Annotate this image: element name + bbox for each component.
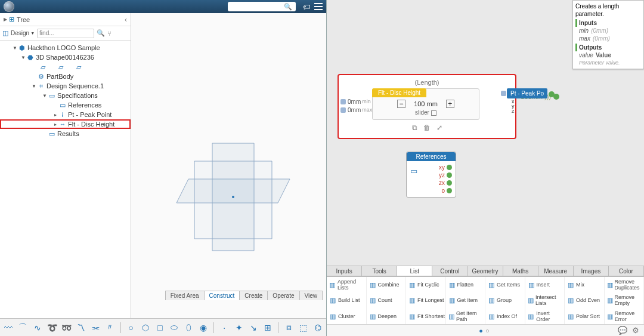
viewport-3d[interactable]: Fixed Area Construct Create Operate View [131,13,326,318]
search-icon[interactable]: 🔍 [284,3,292,11]
tool-wire-icon[interactable]: ⌬ [312,320,324,335]
delete-icon[interactable]: 🗑 [423,124,431,132]
yz-plane-icon[interactable]: ▱ [58,63,63,71]
tool-polar-sort[interactable]: ▥Polar Sort [565,309,605,324]
hamburger-menu-icon[interactable] [314,3,323,10]
tool-flatten[interactable]: ▥Flatten [446,277,486,292]
global-search-input[interactable] [230,3,284,11]
increment-button[interactable]: + [446,100,454,108]
tool-remove-empty[interactable]: ▥Remove Empty [605,292,645,308]
settings-icon[interactable]: ⚙ [632,326,639,335]
tag-icon[interactable]: 🏷 [303,2,311,11]
tool-fit-cyclic[interactable]: ▥Fit Cyclic [406,277,446,292]
tree-node-shape[interactable]: ▼⬣3D Shape00146236 [0,53,131,62]
design-scope-icon[interactable]: ◫ [2,29,8,37]
slider-checkbox[interactable] [431,110,436,116]
tool-odd-even[interactable]: ▥Odd Even [565,292,605,308]
tab-construct[interactable]: Construct [204,291,240,300]
tab-operate[interactable]: Operate [267,291,299,300]
tool-get-item-path[interactable]: ▥Get Item Path [446,309,486,324]
tooltab-measure[interactable]: Measure [538,266,574,276]
tool-mix[interactable]: ▥Mix [565,277,605,292]
peak-point-node[interactable]: Pt - Peak Po [507,88,547,98]
tree-find-input[interactable] [37,29,94,38]
tool-measure-icon[interactable]: ↘ [247,320,259,335]
tab-fixed-area[interactable]: Fixed Area [165,291,205,300]
tool-point-icon[interactable]: · [218,320,230,335]
tree-node-disc-height[interactable]: ▸↔Flt - Disc Height [0,119,131,129]
tool-sphere-icon[interactable]: ◉ [197,320,209,335]
tool-arc-icon[interactable]: ⌒ [17,320,29,335]
tool-sweep-icon[interactable]: 〽 [75,320,87,335]
tooltab-tools[interactable]: Tools [361,266,397,276]
tool-remove-error[interactable]: ▥Remove Error [605,309,645,324]
tree-node-partbody[interactable]: ⚙PartBody [0,72,131,81]
tool-grid-icon[interactable]: ⊞ [262,320,274,335]
tool-get-items[interactable]: ▥Get Items [485,277,525,292]
tool-spline-icon[interactable]: ∿ [32,320,44,335]
tab-view[interactable]: View [299,291,323,300]
tool-index-of[interactable]: ▥Index Of [485,309,525,324]
tree-node-references[interactable]: ▭References [0,100,131,110]
decrement-button[interactable]: − [397,100,405,108]
tool-append-lists[interactable]: ▥Append Lists [327,277,367,292]
tool-curve-icon[interactable]: 〰 [2,320,14,335]
tool-circle-icon[interactable]: ○ [125,320,137,335]
tool-cube-icon[interactable]: ⬚ [297,320,309,335]
tool-ellipse-icon[interactable]: ⬭ [168,320,180,335]
tool-invert-order[interactable]: ▥Invert Order [525,309,565,324]
zx-plane-icon[interactable]: ▱ [76,63,81,71]
tool-cylinder-icon[interactable]: ⬯ [183,320,195,335]
ref-port-o[interactable]: o [410,187,452,195]
tool-group[interactable]: ▥Group [485,292,525,308]
tooltab-maths[interactable]: Maths [503,266,538,276]
graph-editor-pane[interactable]: Creates a length parameter. Inputs min(0… [327,0,644,336]
tool-square-icon[interactable]: □ [154,320,166,335]
xy-plane-icon[interactable]: ▱ [41,63,45,71]
port-min[interactable]: 0mmmin [340,97,372,106]
tree-node-root[interactable]: ▼⬢Hackthon LOGO Sample [0,43,131,53]
brand-orb-icon[interactable] [4,1,14,12]
copy-icon[interactable]: ⧉ [412,124,417,132]
length-node[interactable]: (Length) Flt - Disc Height 0mmmin 0mmmax… [338,74,516,139]
expand-icon[interactable]: ⤢ [436,124,442,132]
plane-icons-row[interactable]: ▱ ▱ ▱ [0,62,131,72]
find-search-icon[interactable]: 🔍 [97,29,105,37]
tooltab-list[interactable]: List [397,266,432,276]
filter-icon[interactable]: ⑂ [107,30,112,37]
page-indicator[interactable]: ●○ [479,327,491,334]
tool-spiral-icon[interactable]: ➰ [46,320,58,335]
tool-intersect-lists[interactable]: ▥Intersect Lists [525,292,565,308]
tool-helix-icon[interactable]: ➿ [60,320,72,335]
tree-node-specifications[interactable]: ▼▭Specifications [0,91,131,100]
references-node[interactable]: References ▭ xy yz zx o [406,152,456,198]
peak-input-port[interactable] [501,91,506,96]
length-value[interactable]: 100 mm [414,100,438,107]
tool-build-list[interactable]: ▥Build List [327,292,367,308]
tool-axis-icon[interactable]: ✦ [233,320,244,335]
tree-node-results[interactable]: ▭Results [0,129,131,138]
tool-deepen[interactable]: ▥Deepen [367,309,407,324]
tree-header[interactable]: ▶ ⊞ Tree ‹ [0,13,131,26]
collapse-icon[interactable]: ‹ [125,16,127,24]
length-node-tab[interactable]: Flt - Disc Height [372,88,426,97]
tree-node-peak-point[interactable]: ▸⁞Pt - Peak Point [0,110,131,119]
tool-combine[interactable]: ▥Combine [367,277,407,292]
tooltab-inputs[interactable]: Inputs [327,266,362,276]
port-max[interactable]: 0mmmax [340,106,372,114]
tooltab-images[interactable]: Images [573,266,609,276]
global-search[interactable]: 🔍 [228,2,296,11]
tool-link-icon[interactable]: ⫘ [89,320,101,335]
tool-fit-longest[interactable]: ▥Fit Longest [406,292,446,308]
tooltab-geometry[interactable]: Geometry [467,266,503,276]
tool-insert[interactable]: ▥Insert [525,277,565,292]
design-scope-dropdown[interactable]: Design▼ [11,30,35,36]
tab-create[interactable]: Create [239,291,268,300]
tooltab-color[interactable]: Color [608,266,644,276]
tool-hatch-icon[interactable]: 〃 [104,320,116,335]
ref-port-zx[interactable]: zx [410,179,452,187]
tree-body[interactable]: ▼⬢Hackthon LOGO Sample ▼⬣3D Shape0014623… [0,41,131,318]
references-node-header[interactable]: References [407,152,456,161]
tool-remove-duplicates[interactable]: ▥Remove Duplicates [605,277,645,292]
tool-hexagon-icon[interactable]: ⬡ [140,320,151,335]
